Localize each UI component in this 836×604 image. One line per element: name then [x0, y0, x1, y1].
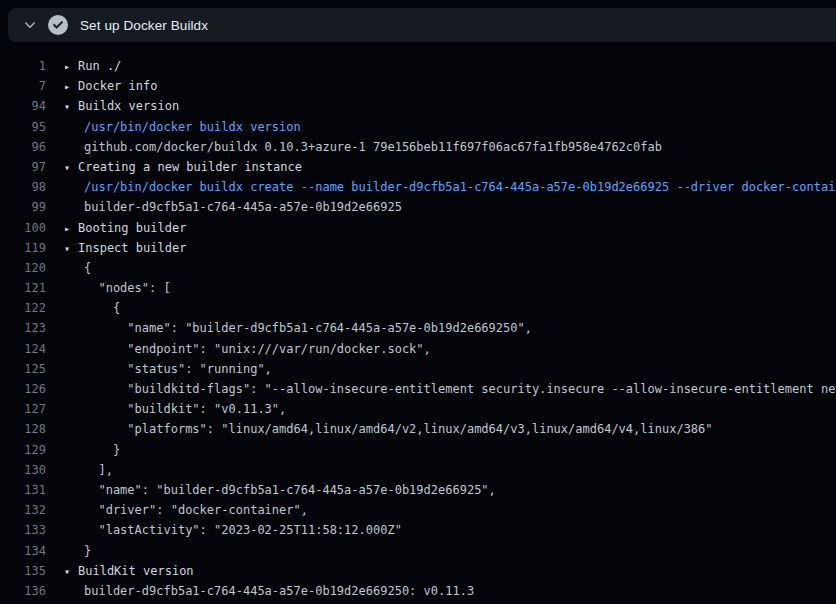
log-text: "name": "builder-d9cfb5a1-c764-445a-a57e…	[84, 318, 532, 338]
log-text: }	[84, 541, 91, 561]
log-group-line[interactable]: 100 ▸ Booting builder	[0, 218, 836, 238]
log-line: 125 "status": "running",	[0, 359, 836, 379]
log-line: 121 "nodes": [	[0, 278, 836, 298]
group-collapsed-icon: ▸	[64, 219, 78, 239]
check-circle-icon	[48, 15, 68, 35]
log-line: 134 }	[0, 541, 836, 561]
log-text: Docker info	[78, 76, 157, 96]
log-group-line[interactable]: 119 ▾ Inspect builder	[0, 238, 836, 258]
step-header[interactable]: Set up Docker Buildx	[8, 8, 836, 42]
line-number[interactable]: 1	[0, 56, 46, 76]
log-text: Buildx version	[78, 96, 179, 116]
log-line: 132 "driver": "docker-container",	[0, 500, 836, 520]
log-text: {	[84, 298, 120, 318]
log-text: ],	[84, 460, 113, 480]
log-line: 126 "buildkitd-flags": "--allow-insecure…	[0, 379, 836, 399]
log-text: {	[84, 258, 91, 278]
line-number[interactable]: 123	[0, 318, 46, 338]
line-number[interactable]: 128	[0, 419, 46, 439]
line-number[interactable]: 7	[0, 76, 46, 96]
line-number[interactable]: 134	[0, 541, 46, 561]
log-line: 131 "name": "builder-d9cfb5a1-c764-445a-…	[0, 480, 836, 500]
line-number[interactable]: 132	[0, 500, 46, 520]
group-expanded-icon: ▾	[64, 239, 78, 259]
log-text: Creating a new builder instance	[78, 157, 302, 177]
line-number[interactable]: 96	[0, 137, 46, 157]
log-line: 136 builder-d9cfb5a1-c764-445a-a57e-0b19…	[0, 581, 836, 601]
log-text: "lastActivity": "2023-02-25T11:58:12.000…	[84, 520, 402, 540]
line-number[interactable]: 136	[0, 581, 46, 601]
log-text: }	[84, 440, 120, 460]
line-number[interactable]: 95	[0, 117, 46, 137]
log-line: 130 ],	[0, 460, 836, 480]
line-number[interactable]: 122	[0, 298, 46, 318]
log-text: "endpoint": "unix:///var/run/docker.sock…	[84, 339, 431, 359]
log-text: builder-d9cfb5a1-c764-445a-a57e-0b19d2e6…	[84, 197, 402, 217]
log-text: "driver": "docker-container",	[84, 500, 308, 520]
line-number[interactable]: 121	[0, 278, 46, 298]
log-text: "name": "builder-d9cfb5a1-c764-445a-a57e…	[84, 480, 496, 500]
line-number[interactable]: 119	[0, 238, 46, 258]
log-viewer: 1 ▸ Run ./ 7 ▸ Docker info 94 ▾ Buildx v…	[0, 46, 836, 604]
log-text: github.com/docker/buildx 0.10.3+azure-1 …	[84, 137, 662, 157]
line-number[interactable]: 135	[0, 561, 46, 581]
line-number[interactable]: 130	[0, 460, 46, 480]
line-number[interactable]: 94	[0, 96, 46, 116]
line-number[interactable]: 97	[0, 157, 46, 177]
log-line: 96 github.com/docker/buildx 0.10.3+azure…	[0, 137, 836, 157]
log-text: builder-d9cfb5a1-c764-445a-a57e-0b19d2e6…	[84, 581, 474, 601]
line-number[interactable]: 126	[0, 379, 46, 399]
line-number[interactable]: 131	[0, 480, 46, 500]
log-line: 98 /usr/bin/docker buildx create --name …	[0, 177, 836, 197]
log-line: 95 /usr/bin/docker buildx version	[0, 117, 836, 137]
group-collapsed-icon: ▸	[64, 77, 78, 97]
log-line: 127 "buildkit": "v0.11.3",	[0, 399, 836, 419]
line-number[interactable]: 98	[0, 177, 46, 197]
group-expanded-icon: ▾	[64, 97, 78, 117]
log-line: 99 builder-d9cfb5a1-c764-445a-a57e-0b19d…	[0, 197, 836, 217]
log-line: 122 {	[0, 298, 836, 318]
log-text: Booting builder	[78, 218, 186, 238]
line-number[interactable]: 124	[0, 339, 46, 359]
chevron-down-icon[interactable]	[22, 17, 38, 33]
log-line: 120 {	[0, 258, 836, 278]
log-line: 128 "platforms": "linux/amd64,linux/amd6…	[0, 419, 836, 439]
line-number[interactable]: 100	[0, 218, 46, 238]
log-text: /usr/bin/docker buildx version	[84, 117, 301, 137]
log-text: "nodes": [	[84, 278, 171, 298]
log-group-line[interactable]: 94 ▾ Buildx version	[0, 96, 836, 116]
log-line: 124 "endpoint": "unix:///var/run/docker.…	[0, 339, 836, 359]
log-text: BuildKit version	[78, 561, 194, 581]
log-text: "buildkit": "v0.11.3",	[84, 399, 286, 419]
log-line: 123 "name": "builder-d9cfb5a1-c764-445a-…	[0, 318, 836, 338]
group-expanded-icon: ▾	[64, 562, 78, 582]
log-group-line[interactable]: 135 ▾ BuildKit version	[0, 561, 836, 581]
line-number[interactable]: 127	[0, 399, 46, 419]
log-group-line[interactable]: 7 ▸ Docker info	[0, 76, 836, 96]
log-line: 129 }	[0, 440, 836, 460]
log-text: Inspect builder	[78, 238, 186, 258]
log-text: "buildkitd-flags": "--allow-insecure-ent…	[84, 379, 836, 399]
line-number[interactable]: 125	[0, 359, 46, 379]
log-group-line[interactable]: 97 ▾ Creating a new builder instance	[0, 157, 836, 177]
line-number[interactable]: 129	[0, 440, 46, 460]
log-text: "platforms": "linux/amd64,linux/amd64/v2…	[84, 419, 713, 439]
group-expanded-icon: ▾	[64, 158, 78, 178]
log-text: /usr/bin/docker buildx create --name bui…	[84, 177, 836, 197]
step-title: Set up Docker Buildx	[80, 18, 208, 33]
line-number[interactable]: 99	[0, 197, 46, 217]
line-number[interactable]: 120	[0, 258, 46, 278]
log-text: Run ./	[78, 56, 121, 76]
log-text: "status": "running",	[84, 359, 272, 379]
line-number[interactable]: 133	[0, 520, 46, 540]
group-collapsed-icon: ▸	[64, 57, 78, 77]
log-group-line[interactable]: 1 ▸ Run ./	[0, 56, 836, 76]
log-line: 133 "lastActivity": "2023-02-25T11:58:12…	[0, 520, 836, 540]
